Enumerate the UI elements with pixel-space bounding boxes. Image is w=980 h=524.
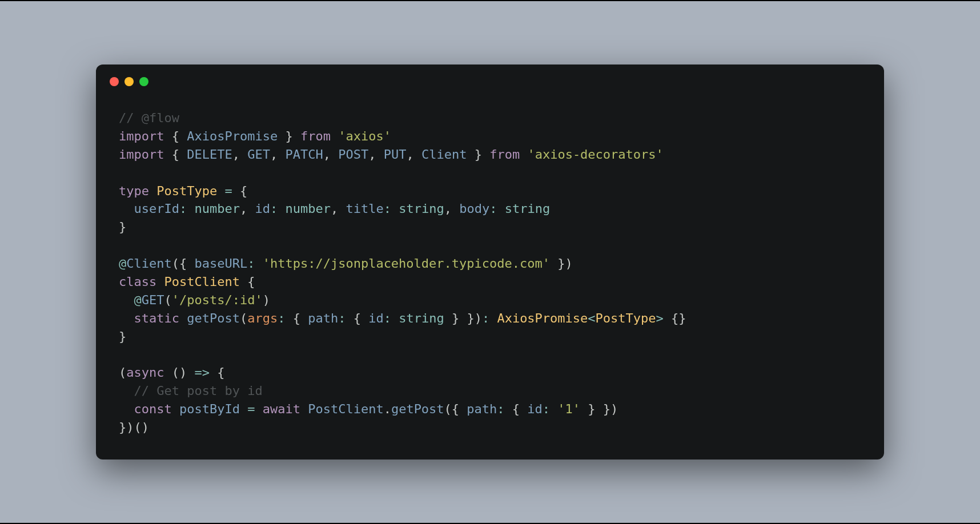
code-token — [156, 275, 164, 289]
code-token — [391, 311, 399, 325]
code-token: PostClient — [164, 275, 239, 289]
code-token — [497, 201, 504, 216]
code-token: : — [384, 311, 391, 325]
code-token: '/posts/:id' — [172, 293, 263, 307]
code-token — [255, 402, 262, 416]
code-token — [489, 311, 497, 325]
code-token: : — [278, 311, 285, 325]
code-token: : — [497, 402, 504, 416]
minimize-icon[interactable] — [124, 77, 134, 86]
code-token: , — [331, 201, 346, 216]
code-token: > — [656, 311, 664, 325]
code-token — [278, 201, 285, 216]
code-token: { — [240, 275, 255, 289]
code-token: , — [240, 201, 255, 216]
code-token: Client — [421, 147, 467, 162]
code-token — [119, 311, 134, 325]
code-token: , — [406, 147, 421, 162]
code-token: ({ — [172, 256, 195, 271]
code-token: { — [285, 311, 308, 325]
code-token: Client — [126, 256, 171, 271]
code-token: : — [489, 201, 497, 216]
code-token: PostClient — [308, 402, 383, 416]
code-token: PostType — [156, 184, 217, 198]
code-token: } }) — [444, 311, 482, 325]
code-token: args — [247, 311, 278, 325]
code-token: , — [232, 147, 248, 162]
code-token — [391, 201, 399, 216]
code-token: { — [232, 184, 248, 198]
code-token: '1' — [557, 402, 580, 416]
code-token: await — [263, 402, 300, 416]
code-token: @ — [119, 256, 126, 271]
code-token: userId — [134, 201, 179, 216]
code-token: baseURL — [194, 256, 247, 271]
code-token: id — [527, 402, 543, 416]
code-token: ) — [263, 293, 270, 307]
maximize-icon[interactable] — [139, 77, 148, 86]
code-token: body — [459, 201, 489, 216]
code-token: AxiosPromise — [187, 129, 278, 143]
code-token — [240, 402, 247, 416]
code-token: { — [164, 147, 187, 162]
code-token — [119, 293, 134, 307]
code-token: number — [285, 201, 330, 216]
code-token: postById — [179, 402, 240, 416]
code-token: id — [255, 201, 270, 216]
code-token: const — [134, 402, 172, 416]
code-token: ( — [240, 311, 247, 325]
code-token: path — [308, 311, 338, 325]
code-token: } — [119, 329, 126, 344]
code-token — [172, 402, 179, 416]
code-token: POST — [338, 147, 368, 162]
code-token: } — [278, 129, 300, 143]
code-token: 'https://jsonplaceholder.typicode.com' — [263, 256, 550, 271]
code-token: , — [323, 147, 339, 162]
code-token: { — [210, 365, 225, 380]
close-icon[interactable] — [110, 77, 119, 86]
code-token — [300, 402, 308, 416]
code-token — [149, 184, 156, 198]
code-token: () — [164, 365, 194, 380]
code-token: 'axios' — [338, 129, 391, 143]
code-token: < — [588, 311, 595, 325]
code-token: getPost — [391, 402, 444, 416]
code-token: title — [346, 201, 383, 216]
code-token — [217, 184, 224, 198]
code-token: from — [489, 147, 520, 162]
code-token: 'axios-decorators' — [527, 147, 663, 162]
code-token: , — [444, 201, 460, 216]
code-token: , — [368, 147, 384, 162]
code-token: import — [119, 147, 164, 162]
code-token: // @flow — [119, 111, 179, 125]
code-block: // @flow import { AxiosPromise } from 'a… — [96, 92, 884, 437]
code-token: id — [368, 311, 384, 325]
code-token: async — [126, 365, 164, 380]
code-token: } }) — [580, 402, 618, 416]
code-token: PUT — [384, 147, 407, 162]
code-token: type — [119, 184, 149, 198]
code-token: AxiosPromise — [497, 311, 588, 325]
code-token: : — [247, 256, 255, 271]
code-token: . — [384, 402, 391, 416]
code-token: : — [338, 311, 346, 325]
code-token: GET — [142, 293, 164, 307]
code-token: } — [467, 147, 489, 162]
code-token: { — [346, 311, 368, 325]
code-token — [520, 147, 527, 162]
code-token: })() — [119, 420, 149, 434]
window-titlebar — [96, 65, 884, 92]
code-token: }) — [550, 256, 573, 271]
code-token: import — [119, 129, 164, 143]
code-token: : — [179, 201, 187, 216]
code-token: class — [119, 275, 156, 289]
code-token — [179, 311, 187, 325]
code-token: PATCH — [285, 147, 323, 162]
code-token: : — [384, 201, 391, 216]
code-token: number — [194, 201, 239, 216]
code-token: // Get post by id — [134, 384, 263, 398]
code-token: getPost — [187, 311, 240, 325]
code-token — [187, 201, 194, 216]
code-token — [119, 384, 134, 398]
code-token: ( — [119, 365, 126, 380]
